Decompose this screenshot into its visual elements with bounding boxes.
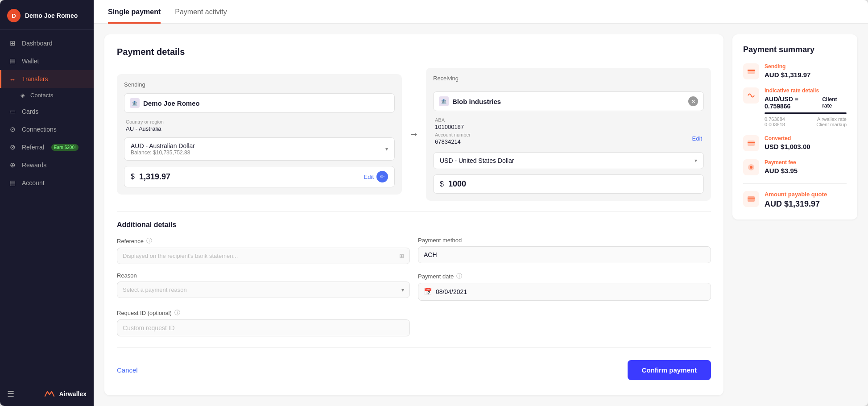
rate-sub-right-1: Airwallex rate [816,116,847,122]
calendar-icon: 📅 [424,288,432,296]
summary-sending-value: AUD $1,319.97 [765,71,847,79]
request-id-input[interactable]: Custom request ID [117,319,410,336]
tab-single-payment[interactable]: Single payment [108,0,161,24]
receiving-header: Receiving [433,75,704,87]
summary-rate-row: Indicative rate details AUD/USD = 0.7598… [743,87,847,127]
content-area: Payment details Sending 🏦 Demo Joe Romeo… [94,24,868,406]
sidebar-item-label: Account [22,179,45,186]
payment-date-input[interactable]: 📅 08/04/2021 [418,283,711,301]
referral-icon: ⊗ [8,143,17,151]
receiving-label: Receiving [433,75,459,82]
payment-method-input: ACH [418,246,711,263]
rate-sub-right-2: Client markup [816,122,847,127]
reference-placeholder: Displayed on the recipient's bank statem… [123,253,238,259]
rate-sub-left-2: 0.003818 [765,122,785,127]
sidebar-item-cards[interactable]: ▭ Cards [0,103,94,120]
summary-rate-value: AUD/USD = 0.759866 [765,95,822,110]
additional-fields-grid: Reference ⓘ Displayed on the recipient's… [117,237,711,336]
receiving-box: Receiving 🏦 Blob industries ✕ ABA 101000… [426,68,711,201]
payment-summary-card: Payment summary Sending AUD $1,319.97 [732,34,857,220]
payment-method-label: Payment method [418,237,711,244]
summary-client-rate-tag: Client rate [822,96,847,109]
sidebar-item-rewards[interactable]: ⊕ Rewards [0,156,94,174]
receiving-edit-btn[interactable]: Edit [692,135,702,142]
connections-icon: ⊘ [8,125,17,133]
reference-info-icon[interactable]: ⓘ [146,237,152,245]
summary-sending-info: Sending AUD $1,319.97 [765,63,847,79]
brand-avatar: D [7,9,21,22]
account-icon: ▤ [8,179,17,187]
reason-field-group: Reason Select a payment reason ▾ [117,272,410,301]
main-content: Single payment Payment activity Payment … [94,0,868,406]
sending-amount-value: 1,319.97 [139,172,360,182]
summary-sending-label: Sending [765,63,847,70]
referral-badge: Earn $200! [51,144,79,151]
currency-chevron-icon: ▾ [385,146,388,152]
summary-fee-value: AUD $3.95 [765,167,847,174]
tab-payment-activity[interactable]: Payment activity [175,0,227,24]
receiving-account-num-row: Account number 67834214 Edit [433,130,704,147]
rate-sub-left-1: 0.763684 [765,116,785,122]
action-footer: Cancel Confirm payment [117,347,711,380]
sidebar-item-dashboard[interactable]: ⊞ Dashboard [0,34,94,52]
reference-field-group: Reference ⓘ Displayed on the recipient's… [117,237,410,264]
summary-rate-info: Indicative rate details AUD/USD = 0.7598… [765,87,847,127]
sidebar-item-contacts[interactable]: ◈ Contacts [0,88,94,103]
sidebar-item-connections[interactable]: ⊘ Connections [0,120,94,138]
sidebar-item-wallet[interactable]: ▤ Wallet [0,52,94,70]
dashboard-icon: ⊞ [8,39,17,47]
receiving-close-btn[interactable]: ✕ [688,96,698,106]
contacts-icon: ◈ [21,92,25,99]
receiving-account-row: 🏦 Blob industries ✕ [433,91,704,111]
sidebar-item-label: Rewards [22,162,46,169]
svg-rect-3 [748,142,755,143]
summary-fee-row: Payment fee AUD $3.95 [743,159,847,175]
wallet-icon: ▤ [8,57,17,65]
sending-edit-btn[interactable]: Edit ✏ [364,171,388,182]
summary-rate-main: AUD/USD = 0.759866 Client rate [765,95,847,110]
hamburger-icon[interactable]: ☰ [7,389,14,399]
rate-sub-row: 0.763684 0.003818 Airwallex rate Client … [765,116,847,127]
receiving-aba-section: ABA 101000187 [433,117,704,130]
payment-date-info-icon[interactable]: ⓘ [456,272,462,280]
receiving-amount-row: $ 1000 [433,174,704,194]
cancel-button[interactable]: Cancel [117,366,138,374]
summary-converted-info: Converted USD $1,003.00 [765,135,847,150]
payment-details-card: Payment details Sending 🏦 Demo Joe Romeo… [104,34,723,395]
sending-currency-dropdown[interactable]: AUD - Australian Dollar Balance: $10,735… [124,137,395,161]
summary-converted-value: USD $1,003.00 [765,143,847,150]
confirm-payment-button[interactable]: Confirm payment [628,360,711,380]
sending-currency-label: AUD - Australian Dollar [131,142,195,149]
receiving-currency-chevron-icon: ▾ [694,157,697,164]
sending-label: Sending [124,81,395,88]
svg-rect-2 [748,141,755,146]
reference-input[interactable]: Displayed on the recipient's bank statem… [117,248,410,264]
additional-details-title: Additional details [117,221,711,229]
reason-select[interactable]: Select a payment reason ▾ [117,282,410,298]
sidebar-item-referral[interactable]: ⊗ Referral Earn $200! [0,138,94,156]
reason-chevron-icon: ▾ [401,287,404,293]
sending-account-row: 🏦 Demo Joe Romeo [124,93,395,113]
request-id-placeholder: Custom request ID [123,324,175,331]
payment-method-field-group: Payment method ACH [418,237,711,264]
rate-bar [765,112,847,114]
svg-rect-6 [748,196,755,202]
request-id-info-icon[interactable]: ⓘ [174,309,180,317]
receiving-bank-icon: 🏦 [439,96,449,106]
summary-sending-row: Sending AUD $1,319.97 [743,63,847,79]
sidebar-item-label: Cards [22,108,38,115]
aba-value: 101000187 [435,124,702,130]
sidebar: D Demo Joe Romeo ⊞ Dashboard ▤ Wallet ↔ … [0,0,94,406]
receiving-currency-dropdown[interactable]: USD - United States Dollar ▾ [433,152,704,169]
sidebar-item-label: Dashboard [22,40,53,47]
sending-balance: Balance: $10,735,752.88 [131,149,195,156]
payment-date-label: Payment date ⓘ [418,272,711,280]
sidebar-item-label: Referral [22,144,44,151]
payment-details-title: Payment details [117,47,711,57]
request-id-label: Request ID (optional) ⓘ [117,309,410,317]
sidebar-item-account[interactable]: ▤ Account [0,174,94,192]
sending-bank-icon: 🏦 [130,98,140,108]
sidebar-item-transfers[interactable]: ↔ Transfers [0,70,94,88]
sending-dollar-sign: $ [131,173,135,181]
payment-summary-title: Payment summary [743,45,847,54]
